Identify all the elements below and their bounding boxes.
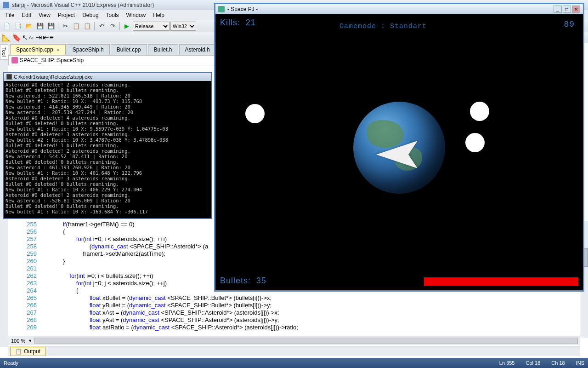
save-all-icon[interactable]: 💾 (46, 22, 56, 31)
redo-icon[interactable]: ↷ (107, 22, 118, 31)
status-line: Ln 355 (499, 360, 515, 366)
menu-tools[interactable]: Tools (102, 11, 123, 19)
menu-debug[interactable]: Debug (79, 11, 102, 19)
maximize-button[interactable]: □ (563, 6, 571, 13)
status-ch: Ch 18 (551, 360, 565, 366)
output-tab[interactable]: 📋 Output (10, 347, 45, 356)
tab-spaceship-h[interactable]: SpaceShip.h (67, 44, 110, 55)
menu-window[interactable]: Window (123, 11, 150, 19)
separator (119, 22, 120, 30)
save-icon[interactable]: 💾 (35, 22, 45, 31)
status-col: Col 18 (526, 360, 541, 366)
line-gutter: 2552562572582592602612622632642652662672… (8, 221, 40, 338)
game-app-icon (218, 6, 225, 12)
close-icon[interactable]: ✕ (56, 47, 60, 52)
hud-kills: Kills: 21 (220, 18, 256, 28)
game-canvas[interactable]: Kills: 21 Gamemode : Standart 89 Bullets… (215, 14, 583, 290)
separator (94, 22, 95, 30)
tab-bullet-cpp[interactable]: Bullet.cpp (111, 44, 147, 55)
status-ready: Ready (4, 360, 18, 366)
hud-score: 89 (564, 20, 575, 29)
menu-view[interactable]: View (35, 11, 54, 19)
side-tab-toolbox[interactable]: Tool (0, 44, 8, 60)
asteroid-sprite (245, 104, 265, 123)
config-select[interactable]: Release (133, 22, 170, 31)
undo-icon[interactable]: ↶ (96, 22, 107, 31)
menu-edit[interactable]: Edit (18, 11, 35, 19)
close-button[interactable]: ✕ (572, 6, 580, 13)
vs-app-icon (3, 2, 9, 8)
open-icon[interactable]: 📂 (24, 22, 34, 31)
copy-icon[interactable]: 📋 (71, 22, 81, 31)
menu-project[interactable]: Project (54, 11, 79, 19)
start-debug-icon[interactable]: ▶ (122, 22, 132, 31)
dropdown-icon[interactable]: ▼ (28, 339, 33, 343)
console-output: Asteroid #0 deleted! 2 asteroids reamini… (4, 81, 211, 215)
add-item-icon[interactable]: 📑 (13, 22, 23, 31)
vs-title: starpj - Microsoft Visual C++ 2010 Expre… (12, 2, 154, 8)
svg-marker-0 (376, 141, 418, 168)
horizontal-scrollbar[interactable] (34, 338, 578, 344)
platform-select[interactable]: Win32 (170, 22, 196, 31)
console-window[interactable]: C:\kondr1\starpj\Release\starpj.exe Aste… (3, 72, 212, 219)
asteroid-sprite (465, 133, 485, 152)
menu-file[interactable]: File (2, 11, 18, 19)
class-icon (11, 57, 18, 63)
asteroid-sprite (470, 102, 489, 121)
status-bar: Ready Ln 355 Col 18 Ch 18 INS (0, 358, 588, 368)
outdent-icon[interactable]: ⇤ (43, 33, 49, 42)
tab-bullet-h[interactable]: Bullet.h (148, 44, 178, 55)
output-icon: 📋 (15, 348, 22, 355)
tab-asteroid-h[interactable]: Asteroid.h (179, 44, 216, 55)
text-size-icon[interactable]: A↕ (29, 35, 34, 40)
new-project-icon[interactable]: 📄 (2, 22, 12, 31)
tab-spaceship-cpp[interactable]: SpaceShip.cpp✕ (10, 44, 66, 55)
minimize-button[interactable]: _ (554, 6, 562, 13)
console-icon (6, 74, 12, 80)
tb2-icon[interactable]: 🔖 (12, 33, 21, 42)
game-window[interactable]: - Space PJ - _ □ ✕ Kills: 21 Gamemode : … (214, 3, 584, 292)
zoom-select[interactable]: 100 % (8, 338, 28, 344)
cursor-icon[interactable]: ↖ (22, 33, 28, 42)
game-titlebar[interactable]: - Space PJ - _ □ ✕ (215, 4, 583, 14)
comment-icon[interactable]: ≡ (50, 34, 54, 42)
hud-gamemode: Gamemode : Standart (339, 23, 427, 30)
tb2-icon[interactable]: 📐 (2, 33, 11, 42)
health-bar (424, 277, 578, 286)
hud-bullets: Bullets: 35 (220, 276, 266, 286)
cut-icon[interactable]: ✂ (60, 22, 70, 31)
menu-help[interactable]: Help (149, 11, 168, 19)
indent-icon[interactable]: ⇥ (36, 33, 42, 42)
status-ins: INS (576, 360, 584, 366)
output-panel-tabs: 📋 Output (8, 346, 580, 356)
paste-icon[interactable]: 📋 (82, 22, 92, 31)
zoom-bar: 100 % ▼ (8, 336, 580, 345)
console-titlebar[interactable]: C:\kondr1\starpj\Release\starpj.exe (4, 73, 211, 81)
separator (58, 22, 58, 30)
